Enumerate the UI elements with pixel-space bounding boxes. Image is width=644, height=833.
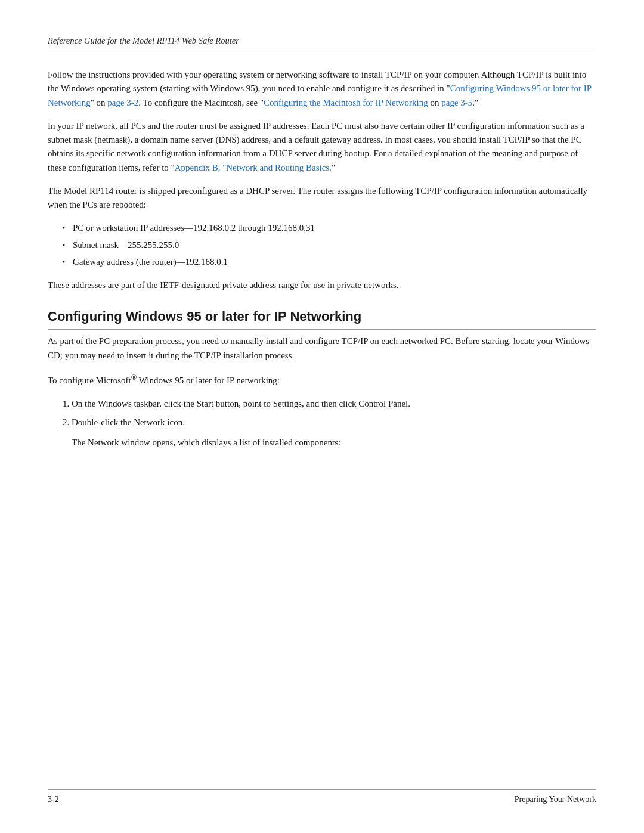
list-item: PC or workstation IP addresses—192.168.0… (62, 221, 596, 235)
list-item: Double-click the Network icon. (72, 416, 596, 429)
list-item: Subnet mask—255.255.255.0 (62, 239, 596, 252)
footer-section-title: Preparing Your Network (515, 795, 596, 804)
sub-text: The Network window opens, which displays… (72, 436, 596, 450)
section-para2: To configure Microsoft® Windows 95 or la… (48, 372, 596, 388)
content-spacer (48, 454, 596, 657)
bullet-list: PC or workstation IP addresses—192.168.0… (48, 221, 596, 269)
intro-paragraph: Follow the instructions provided with yo… (48, 68, 596, 110)
page-35-link[interactable]: page 3-5 (441, 98, 472, 107)
header-title: Reference Guide for the Model RP114 Web … (48, 36, 239, 46)
second-paragraph: In your IP network, all PCs and the rout… (48, 119, 596, 175)
footer-page-number: 3-2 (48, 795, 59, 804)
list-item: Gateway address (the router)—192.168.0.1 (62, 255, 596, 269)
page-footer: 3-2 Preparing Your Network (48, 789, 596, 804)
content-area: Follow the instructions provided with yo… (48, 68, 596, 797)
third-paragraph: The Model RP114 router is shipped precon… (48, 184, 596, 212)
fourth-paragraph: These addresses are part of the IETF-des… (48, 278, 596, 292)
page-32-link[interactable]: page 3-2 (107, 98, 138, 107)
page-header: Reference Guide for the Model RP114 Web … (48, 36, 596, 51)
page: Reference Guide for the Model RP114 Web … (0, 0, 644, 833)
section-heading: Configuring Windows 95 or later for IP N… (48, 309, 596, 330)
appendix-link[interactable]: Appendix B, "Network and Routing Basics. (175, 163, 332, 172)
ordered-list: On the Windows taskbar, click the Start … (48, 397, 596, 430)
list-item: On the Windows taskbar, click the Start … (72, 397, 596, 411)
section-para1: As part of the PC preparation process, y… (48, 335, 596, 363)
mac-config-link[interactable]: Configuring the Macintosh for IP Network… (264, 98, 428, 107)
